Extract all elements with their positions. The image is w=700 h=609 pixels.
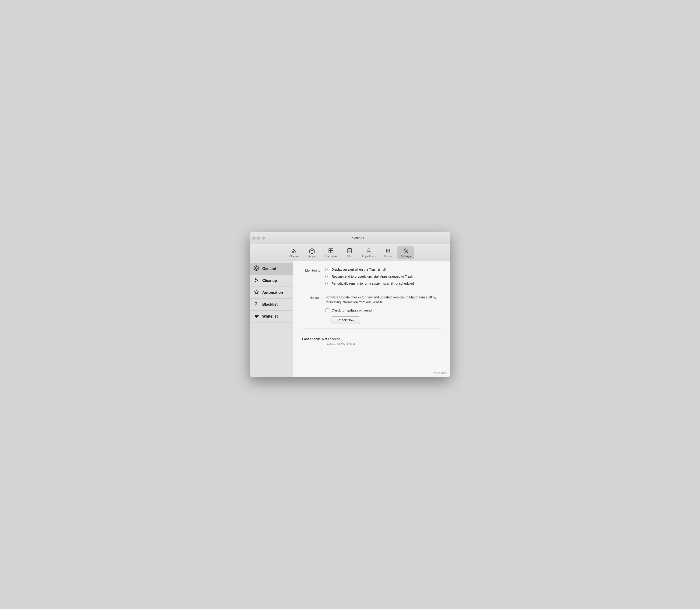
app-window: Settings Cleanup Apps [250,232,450,377]
svg-point-5 [368,249,370,251]
svg-rect-2 [331,249,333,250]
monitoring-content: Display an alert when the Trash is full … [325,267,441,285]
uninstall-apps-row: Recommend to properly uninstall Apps dra… [325,275,441,278]
trash-full-checkbox[interactable] [325,267,329,271]
files-icon [346,247,353,254]
monitoring-label: Monitoring: [302,267,325,285]
sidebar-whitelist-label: Whitelist [262,314,278,318]
toolbar-item-files[interactable]: Files [341,246,358,259]
toolbar-cleanup-label: Cleanup [289,255,299,258]
main-area: General Cleanup [250,261,450,377]
sidebar: General Cleanup [250,261,293,377]
sidebar-item-cleanup[interactable]: Cleanup [250,275,292,287]
trash-full-row: Display an alert when the Trash is full [325,267,441,271]
sidebar-item-whitelist[interactable]: Whitelist [250,311,292,323]
last-check-sub: Last Checked: Never [327,342,441,345]
sidebar-item-automation[interactable]: Automation [250,287,292,299]
close-button[interactable] [252,237,255,240]
traffic-lights [252,237,265,240]
sidebar-item-blacklist[interactable]: Blacklist [250,299,292,311]
content-panel: Monitoring: Display an alert when the Tr… [293,261,450,377]
last-check-row: Last check: Not checked. [302,337,441,341]
zoom-button[interactable] [262,237,265,240]
uninstall-apps-label: Recommend to properly uninstall Apps dra… [331,275,413,278]
monitoring-section: Monitoring: Display an alert when the Tr… [302,267,441,290]
apps-icon [309,247,315,254]
trash-full-label: Display an alert when the Trash is full [331,267,386,271]
toolbar-eraser-label: Eraser [384,255,392,258]
toolbar-files-label: Files [347,255,352,258]
svg-rect-3 [329,251,330,253]
sidebar-blacklist-icon [253,301,259,308]
toolbar-login-items-label: Login Items [362,255,375,258]
sidebar-automation-label: Automation [262,291,283,295]
login-items-icon [366,247,372,254]
toolbar-item-extensions[interactable]: Extensions [321,246,340,259]
svg-point-6 [405,250,407,252]
toolbar-extensions-label: Extensions [325,255,337,258]
svg-point-8 [255,267,257,269]
notices-description: Software Update checks for new and updat… [325,295,441,305]
eraser-icon [385,247,391,254]
toolbar-item-eraser[interactable]: Eraser [380,246,396,259]
check-now-button[interactable]: Check Now [331,316,360,324]
toolbar-apps-label: Apps [309,255,315,258]
sidebar-cleanup-icon [253,277,259,284]
uninstall-apps-checkbox[interactable] [325,275,329,278]
toolbar-item-apps[interactable]: Apps [304,246,320,259]
periodic-remind-checkbox[interactable] [325,282,329,285]
periodic-remind-label: Periodically remind to run a system scan… [331,282,414,285]
sidebar-automation-icon [253,289,259,296]
notices-section: Notices: Software Update checks for new … [302,295,441,329]
periodic-remind-row: Periodically remind to run a system scan… [325,282,441,285]
svg-rect-1 [329,249,330,250]
last-check-label: Last check: [302,337,320,341]
sidebar-blacklist-label: Blacklist [262,302,278,307]
sidebar-cleanup-label: Cleanup [262,279,277,283]
toolbar-item-cleanup[interactable]: Cleanup [286,246,303,259]
toolbar-settings-label: Settings [401,255,411,258]
sidebar-item-general[interactable]: General [250,263,292,275]
check-on-launch-label: Check for updates on launch [331,309,373,312]
minimize-button[interactable] [257,237,260,240]
watermark: Panfile.Store [432,371,447,374]
toolbar: Cleanup Apps Extensions [250,244,450,261]
check-on-launch-checkbox[interactable] [325,309,329,312]
notices-content: Software Update checks for new and updat… [325,295,441,324]
general-icon [253,265,259,272]
toolbar-item-settings[interactable]: Settings [397,246,414,259]
window-title: Settings [269,236,448,240]
cleanup-icon [291,247,298,254]
sidebar-whitelist-icon [253,313,259,320]
toolbar-item-login-items[interactable]: Login Items [359,246,379,259]
settings-icon [402,247,409,254]
notices-label: Notices: [302,295,325,324]
last-check-section: Last check: Not checked. Last Checked: N… [302,333,441,345]
sidebar-general-label: General [262,267,276,271]
last-check-value: Not checked. [322,337,341,341]
titlebar: Settings [250,232,450,244]
check-on-launch-row: Check for updates on launch [325,309,441,312]
extensions-icon [328,247,334,254]
